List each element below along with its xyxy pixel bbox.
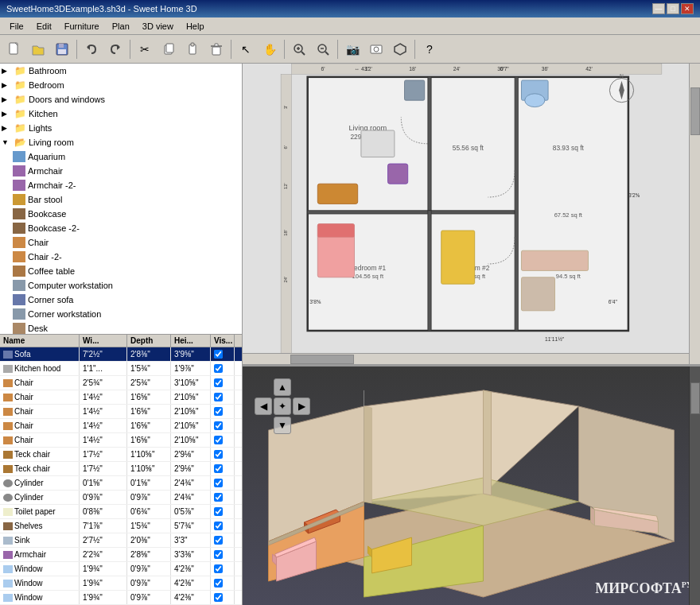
floorplan-vscroll[interactable] (689, 64, 700, 364)
tree-item-bathroom[interactable]: ▶ 📁 Bathroom (0, 64, 242, 78)
prop-visible-window-2[interactable] (211, 576, 235, 590)
tree-item-chair[interactable]: Chair (0, 235, 242, 250)
prop-height-chair-5: 2'10⅝" (171, 433, 211, 447)
prop-row-teck-chair-1[interactable]: Teck chair 1'7½" 1'10⅝" 2'9⅛" (0, 448, 242, 462)
tree-item-armchair[interactable]: Armchair (0, 164, 242, 178)
properties-table[interactable]: Name Wi... Depth Hei... Vis... Sofa 7'2½… (0, 335, 242, 605)
close-button[interactable]: ✕ (681, 3, 694, 14)
cut-button[interactable]: ✂ (134, 38, 156, 60)
3d-view[interactable]: ▲ ◀ ✦ ▶ ▼ МИРСОФТАРУ (243, 366, 700, 605)
tree-item-bookcase[interactable]: Bookcase (0, 207, 242, 221)
tree-item-desk[interactable]: Desk (0, 321, 242, 335)
prop-row-toilet-paper[interactable]: Toilet paper 0'8⅜" 0'6¾" 0'5⅞" (0, 505, 242, 519)
prop-visible-teck-chair-1[interactable] (211, 448, 235, 461)
prop-row-window-3[interactable]: Window 1'9¾" 0'9⅞" 4'2⅜" (0, 591, 242, 605)
prop-visible-chair-2[interactable] (211, 390, 235, 404)
prop-row-chair-3[interactable]: Chair 1'4½" 1'6⅝" 2'10⅝" (0, 405, 242, 419)
prop-name-chair-1: Chair (0, 376, 80, 390)
tree-item-aquarium[interactable]: Aquarium (0, 149, 242, 164)
floor-plan[interactable]: 6' 12' 18' 24' 30' 36' 42' ↔ 43" 6'7" 3'… (243, 64, 700, 366)
open-button[interactable] (27, 38, 49, 60)
maximize-button[interactable]: □ (667, 3, 679, 14)
tree-item-barstool[interactable]: Bar stool (0, 192, 242, 207)
prop-row-cylinder-1[interactable]: Cylinder 0'1⅝" 0'1⅝" 2'4¾" (0, 476, 242, 491)
nav-up-button[interactable]: ▲ (274, 378, 291, 396)
prop-visible-chair-1[interactable] (211, 376, 235, 390)
storedview-button[interactable] (365, 38, 387, 60)
tree-item-corner-workstation[interactable]: Corner workstation (0, 307, 242, 321)
prop-visible-window-1[interactable] (211, 562, 235, 576)
tree-item-lights[interactable]: ▶ 📁 Lights (0, 121, 242, 135)
prop-row-chair-5[interactable]: Chair 1'4½" 1'6⅝" 2'10⅝" (0, 433, 242, 448)
tree-item-living-room[interactable]: ▼ 📂 Living room (0, 135, 242, 149)
tree-item-bookcase2[interactable]: Bookcase -2- (0, 221, 242, 235)
prop-row-sofa[interactable]: Sofa 7'2½" 2'8⅜" 3'9⅝" (0, 347, 242, 362)
prop-row-chair-1[interactable]: Chair 2'5¾" 2'5¾" 3'10⅝" (0, 376, 242, 390)
furniture-tree[interactable]: ▶ 📁 Bathroom ▶ 📁 Bedroom ▶ 📁 Doors and w… (0, 64, 242, 335)
menu-3dview[interactable]: 3D view (136, 20, 180, 33)
zoomout-button[interactable] (312, 38, 334, 60)
menu-plan[interactable]: Plan (106, 20, 136, 33)
tree-item-chair2[interactable]: Chair -2- (0, 250, 242, 264)
help-button[interactable]: ? (418, 38, 441, 60)
tree-item-bedroom[interactable]: ▶ 📁 Bedroom (0, 78, 242, 92)
prop-row-window-2[interactable]: Window 1'9¾" 0'9⅞" 4'2⅜" (0, 576, 242, 591)
floorplan-hscroll[interactable] (243, 353, 689, 364)
prop-row-shelves[interactable]: Shelves 7'1⅞" 1'5¾" 5'7¾" (0, 519, 242, 533)
zoomin-button[interactable] (288, 38, 310, 60)
paste-button[interactable] (181, 38, 204, 60)
nav-right-button[interactable]: ▶ (293, 398, 310, 415)
tree-item-corner-sofa[interactable]: Corner sofa (0, 293, 242, 307)
save-button[interactable] (51, 38, 73, 60)
prop-visible-chair-3[interactable] (211, 405, 235, 418)
redo-button[interactable] (104, 38, 126, 60)
menu-furniture[interactable]: Furniture (58, 20, 106, 33)
3dview-button[interactable] (389, 38, 411, 60)
3dview-vscroll-thumb[interactable] (690, 382, 700, 414)
floorplan-hscroll-thumb[interactable] (290, 355, 354, 364)
prop-visible-cylinder-2[interactable] (211, 491, 235, 504)
new-button[interactable] (3, 38, 25, 60)
select-button[interactable]: ↖ (235, 38, 257, 60)
tree-item-doors-windows[interactable]: ▶ 📁 Doors and windows (0, 92, 242, 107)
prop-visible-sofa[interactable] (211, 347, 235, 361)
prop-row-sink[interactable]: Sink 2'7½" 2'0⅜" 3'3" (0, 533, 242, 548)
tree-item-computer-workstation[interactable]: Computer workstation (0, 278, 242, 293)
prop-visible-shelves[interactable] (211, 519, 235, 533)
menu-file[interactable]: File (3, 20, 30, 33)
prop-row-window-1[interactable]: Window 1'9¾" 0'9⅞" 4'2⅜" (0, 562, 242, 576)
nav-left-button[interactable]: ◀ (255, 398, 272, 415)
menu-help[interactable]: Help (180, 20, 211, 33)
svg-text:3'2⅝: 3'2⅝ (628, 192, 640, 198)
pan-button[interactable]: ✋ (259, 38, 281, 60)
camera-button[interactable]: 📷 (341, 38, 364, 60)
prop-row-chair-2[interactable]: Chair 1'4½" 1'6⅝" 2'10⅝" (0, 390, 242, 405)
floorplan-vscroll-thumb[interactable] (690, 87, 700, 135)
menu-edit[interactable]: Edit (30, 20, 58, 33)
prop-row-chair-4[interactable]: Chair 1'4½" 1'6⅝" 2'10⅝" (0, 419, 242, 433)
minimize-button[interactable]: — (652, 3, 665, 14)
prop-row-cylinder-2[interactable]: Cylinder 0'9⅞" 0'9⅞" 2'4¾" (0, 491, 242, 505)
tree-item-kitchen[interactable]: ▶ 📁 Kitchen (0, 107, 242, 121)
prop-visible-cylinder-1[interactable] (211, 476, 235, 490)
copy-button[interactable] (158, 38, 180, 60)
prop-row-armchair[interactable]: Armchair 2'2¾" 2'8⅝" 3'3⅜" (0, 548, 242, 562)
nav-down-button[interactable]: ▼ (274, 417, 291, 434)
prop-row-kitchen-hood[interactable]: Kitchen hood 1'1"... 1'5¾" 1'9⅞" (0, 362, 242, 376)
tree-item-armchair2[interactable]: Armchair -2- (0, 178, 242, 192)
prop-visible-armchair[interactable] (211, 548, 235, 561)
prop-visible-window-3[interactable] (211, 591, 235, 604)
prop-visible-sink[interactable] (211, 533, 235, 547)
3dview-vscroll[interactable] (689, 366, 700, 605)
tree-item-coffee-table[interactable]: Coffee table (0, 264, 242, 278)
delete-button[interactable] (205, 38, 228, 60)
prop-visible-kitchen-hood[interactable] (211, 362, 235, 375)
prop-visible-chair-4[interactable] (211, 419, 235, 432)
undo-button[interactable] (80, 38, 103, 60)
prop-visible-teck-chair-2[interactable] (211, 462, 235, 475)
nav-center-button[interactable]: ✦ (274, 398, 291, 415)
prop-visible-chair-5[interactable] (211, 433, 235, 447)
prop-visible-toilet-paper[interactable] (211, 505, 235, 518)
prop-name-chair-4: Chair (0, 419, 80, 432)
prop-row-teck-chair-2[interactable]: Teck chair 1'7½" 1'10⅝" 2'9⅛" (0, 462, 242, 476)
